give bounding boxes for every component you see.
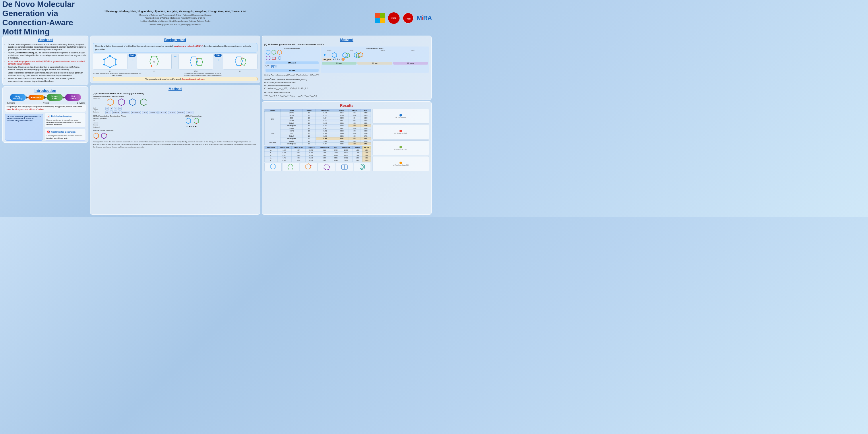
benchmark-header-row: Benchmark SMILES RNN Graph MCTS Graph GA…: [265, 146, 371, 149]
bench-col-1: Benchmark: [265, 146, 278, 149]
logos-block: USTC RUC MiRA: [262, 2, 432, 34]
mol-svg-1: [101, 55, 119, 69]
bench-col-8: MoIEvol: [353, 146, 362, 149]
result-structure-4: [322, 163, 331, 171]
result-structure-3: [305, 163, 313, 171]
step-3-label: Step 3: [398, 50, 428, 51]
h-vector-row: h_F* ···: [266, 65, 319, 68]
gnn-arrow-1: GNN →: [129, 54, 136, 63]
motif-vocab: (c) Motif Vocabulary: O—: [185, 115, 257, 140]
merging-phase-title: (a) Merging-operation Learning Phase: [93, 96, 257, 97]
stat-occ2: O-cc: <1: [186, 111, 193, 114]
results-table-body: QM9JT-VAE1.00.5490.9140.9180.388 GCPN1.0…: [265, 112, 371, 145]
step-2-desc: (2) Encode vt and candidate connections.: [265, 81, 429, 84]
vocab-item-2: O— ★ C═ ★: [185, 125, 257, 128]
nn-query-block: NN_query: [393, 62, 428, 65]
abstract-panel: Abstract De novo molecular generation is…: [2, 36, 88, 85]
step2-mol: [342, 52, 350, 58]
svg-marker-22: [118, 99, 125, 105]
timeline-2: ~7 years: [42, 102, 49, 104]
g1-label: g₁: [137, 70, 172, 72]
svg-marker-21: [107, 99, 113, 105]
nn-star-block: NN_star: [358, 62, 392, 65]
background-diagrams: g₀ GNN → g₁: [93, 54, 257, 72]
bench-col-6: MSO: [332, 146, 339, 149]
results-tables: Dataset Model Validity Uniqueness Novelt…: [265, 109, 371, 172]
table-row: e.0.5090.6890.4580.8910.5430.8680.8650.8…: [265, 159, 371, 162]
step3-mol: [353, 52, 364, 58]
benchmark-body: a.0.5050.8740.7930.1180.4491.0001.0001.0…: [265, 149, 371, 162]
motif-graph-chips: ① ② ③ ④: [105, 107, 122, 111]
right-arrow-3: →: [216, 57, 220, 63]
z-bar-2: [343, 58, 344, 61]
g0g1-combined-label: g₀&g₁: [179, 70, 213, 72]
training-set-title: 🔵: [396, 114, 406, 117]
vocab-merging-ops: Merging Operations: c=cc⊂c:c⊂cC-c:c⊂cC-c…: [93, 117, 184, 140]
starting-step: Starting: PF* = softmaxv∈CVocab(NNstart(…: [265, 74, 429, 77]
result-structure-2: [287, 163, 295, 171]
bar-1: [271, 65, 272, 68]
zinc-caption: (c) Results on ZINC: [394, 148, 407, 150]
col-validity: Validity: [303, 109, 316, 112]
table-row: MoLeR1.00.9960.9950.9840.721: [265, 135, 371, 137]
affiliation-3: ³Microsoft Research AI4Science: [183, 14, 212, 16]
step-arrow-2: →: [339, 54, 341, 56]
col-model: Model: [281, 109, 303, 112]
vocab-row-1: [266, 50, 319, 55]
gen-steps-title: (b) Generation Steps: [322, 48, 428, 49]
mol-merge-3: [128, 98, 138, 106]
svg-marker-45: [271, 164, 275, 169]
svg-point-19: [241, 57, 243, 59]
drug-pipeline: Drugdiscovery ▶ Preclinical ▶ Clinicaltr…: [5, 94, 86, 101]
arrow-3: ▶: [63, 95, 65, 99]
method-description: The algorithm mines the most common subs…: [93, 141, 257, 148]
gen-steps-box: (b) Generation Steps Step 0 Step 1 Step …: [321, 46, 429, 73]
svg-marker-24: [141, 99, 147, 105]
abstract-title: Abstract: [5, 38, 86, 42]
tth-step: At the tth step: (1) Focus on a connecti…: [265, 78, 429, 81]
svg-point-49: [310, 165, 311, 166]
table-row: DEG1.00.9990.9990.8800.738: [265, 132, 371, 135]
mol-merge-2: [117, 98, 127, 106]
g0g1-arrow: →: [173, 54, 177, 59]
timeline-3: ~1.5 years: [76, 102, 85, 104]
svg-marker-47: [288, 164, 293, 170]
preclinical-box: Preclinical: [28, 95, 44, 100]
methods-row: De novo molecular generation aims to exp…: [5, 113, 86, 141]
introduction-title: Introduction: [5, 88, 86, 93]
merge-label: Molecules:: [93, 98, 104, 106]
title-block: De Novo Molecular Generation via Connect…: [2, 2, 88, 34]
svg-marker-32: [266, 50, 270, 55]
stat-c1ccccc: C-c1cccc: 2: [131, 111, 141, 114]
motif-chip-3: ③: [114, 107, 117, 111]
right-arrow-1: →: [130, 57, 135, 63]
g0-and-g1: g₀&g₁: [179, 54, 213, 72]
svg-marker-27: [102, 133, 106, 138]
background-title: Background: [93, 38, 257, 42]
svg-marker-54: [361, 165, 363, 169]
bench-col-9: MiCaM: [362, 146, 371, 149]
cost-note: Drug design, from designing hit compound…: [5, 104, 86, 112]
stat-cc3: C-c: 2: [142, 111, 148, 114]
method-part2-title: [2] Molecular generation with connection…: [265, 43, 429, 45]
method-title-mid: Method: [93, 87, 257, 91]
svg-point-26: [96, 138, 97, 139]
training-set-label: 🔵 (a) Training sets: [396, 114, 406, 118]
apply-label: Apply the merging operations.: [93, 129, 184, 131]
svg-marker-30: [194, 118, 198, 124]
step-3-desc: (3) Query another connection site:: [265, 84, 429, 87]
pv-formula: Pv = softmaxv∈CVocab∪CGt(vt)(NNquery([z,…: [265, 87, 429, 91]
method-part1-title: [1] Connection-aware motif mining (Graph…: [93, 92, 257, 95]
mol-merge-4: [139, 98, 149, 106]
ustc-logo: USTC: [388, 12, 400, 24]
dist-learn-text: Given a training set of molecules, a mod…: [46, 119, 84, 126]
gnn-prior-row: GNN_prior [z, h_G, h_v]: [322, 58, 428, 61]
statistics-row: Statistics: cc: 12 c⊂ccc: 6 c⊂c-ccc: 2 C…: [93, 111, 257, 114]
zinc-icon: 🟢: [394, 146, 407, 148]
vocab-hex-1: [266, 50, 271, 55]
methods-column: 📊 Distribution Learning Given a training…: [45, 113, 86, 141]
guacamol-caption: (d) Results on GuacaMol: [393, 164, 408, 166]
vocab-hex-4: [266, 55, 271, 61]
result-mol-2: [100, 132, 107, 140]
method-part1-panel: Method [1] Connection-aware motif mining…: [90, 85, 260, 215]
